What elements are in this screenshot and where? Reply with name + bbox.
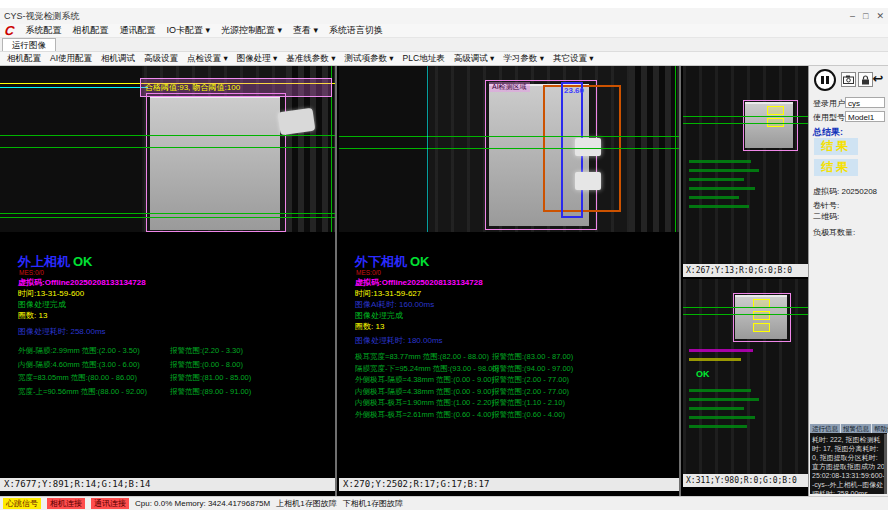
measure-text: 外侧-隔膜:2.99mm 范围:(2.00 - 3.50): [18, 346, 140, 356]
camera-view-outer-lower[interactable]: 23.60 AI检测区域: [339, 66, 679, 232]
close-button[interactable]: ✕: [876, 11, 884, 21]
needle-number-label: 卷针号:: [813, 200, 839, 211]
toolbar-baseline-params[interactable]: 基准线参数 ▾: [286, 53, 335, 65]
log-tabs: 运行信息 报警信息 帮助信息: [810, 424, 887, 433]
measure-text: 宽度=83.05mm 范围:(80.00 - 86.00): [18, 373, 137, 383]
status-bar: 心跳信号 相机连接 通讯连接 Cpu: 0.0% Memory: 3424.41…: [0, 496, 888, 510]
result-text-row: [689, 205, 749, 208]
process-done-text: 图像处理完成: [0, 299, 335, 310]
log-text: 耗时: 222, 抠图检测耗时: 17, 抠图分离耗时: 0, 抠图提取分区耗时…: [810, 433, 887, 494]
measurement-row: 外侧极耳-极耳=2.61mm 范围:(0.60 - 4.00) 报警范围:(0.…: [339, 410, 679, 422]
ai-region-label: AI检测区域: [489, 82, 530, 92]
measure-line-green: [0, 213, 335, 214]
menu-item-view[interactable]: 查看 ▾: [293, 24, 318, 37]
menu-bar: C 系统配置 相机配置 通讯配置 IO卡配置 ▾ 光源控制配置 ▾ 查看 ▾ 系…: [0, 24, 888, 38]
menu-item-light-config[interactable]: 光源控制配置 ▾: [221, 24, 282, 37]
neg-tab-count-label: 负极耳数量:: [813, 227, 855, 238]
result-text-row: [689, 196, 739, 199]
toolbar-advanced-settings[interactable]: 高级设置: [144, 53, 178, 65]
overlay-line-cyan: [0, 87, 148, 88]
ai-measure-value: 23.60: [564, 86, 584, 95]
menu-item-camera-config[interactable]: 相机配置: [72, 24, 108, 37]
measure-line-green: [0, 135, 335, 136]
maximize-button[interactable]: □: [863, 11, 868, 21]
toolbar-camera-debug[interactable]: 相机调试: [101, 53, 135, 65]
toolbar-test-params[interactable]: 测试项参数 ▾: [344, 53, 393, 65]
menu-item-language-switch[interactable]: 系统语言切换: [329, 24, 383, 37]
menu-item-system-config[interactable]: 系统配置: [25, 24, 61, 37]
measure-line-vertical: [427, 66, 428, 232]
app-logo-icon: C: [4, 24, 15, 37]
alarm-text: 报警范围:(2.20 - 3.30): [170, 346, 243, 356]
measurement-row: 内侧极耳-极耳=1.90mm 范围:(1.00 - 2.20) 报警范围:(1.…: [339, 398, 679, 410]
toolbar-camera-config[interactable]: 相机配置: [7, 53, 41, 65]
log-scrollbar[interactable]: [884, 434, 887, 494]
result-text-row: [689, 358, 741, 361]
gripper-object: [278, 108, 316, 136]
measurement-row: 外侧极耳-隔膜=4.38mm 范围:(0.00 - 9.00) 报警范围:(2.…: [339, 375, 679, 387]
model-field[interactable]: Model1: [845, 111, 885, 122]
menu-item-comm-config[interactable]: 通讯配置: [119, 24, 155, 37]
login-user-field[interactable]: cys: [845, 97, 885, 108]
pixel-coordinate-bar: X:7677;Y:891;R:14;G:14;B:14: [0, 478, 335, 491]
virtual-code-value: 20250208: [841, 187, 877, 196]
lower-camera-error-text: 下相机1存图故障: [343, 498, 403, 509]
alarm-text: 报警范围:(2.00 - 77.00): [492, 375, 569, 385]
camera-panel-outer-lower: 23.60 AI检测区域 外下相机OK MES:0/0 虚拟码:Offline2…: [339, 66, 681, 496]
measurement-row: 内侧极耳-隔膜=4.38mm 范围:(0.00 - 9.00) 报警范围:(2.…: [339, 387, 679, 399]
camera-view-small-bottom[interactable]: OK: [683, 279, 808, 474]
camera-view-outer-upper[interactable]: 合格阈值:93, 吻合阈值:100: [0, 66, 335, 232]
alarm-text: 报警范围:(89.00 - 91.00): [170, 387, 251, 397]
control-sidebar: ↩ 登录用户: cys 使用型号: Model1 总结果: 结果 结果 虚拟码:…: [808, 66, 888, 496]
measure-text: 隔膜宽度-下=95.24mm 范围:(93.00 - 98.00): [355, 364, 499, 374]
toolbar-advanced-debug[interactable]: 高级调试 ▾: [454, 53, 495, 65]
measure-text: 外侧极耳-隔膜=4.38mm 范围:(0.00 - 9.00): [355, 375, 494, 385]
process-done-text: 图像处理完成: [339, 310, 679, 321]
qr-code-label: 二维码:: [813, 211, 839, 222]
return-arrow-icon: ↩: [873, 71, 884, 86]
toolbar-ai-config[interactable]: AI使用配置: [50, 53, 92, 65]
threshold-label: 合格阈值:93, 吻合阈值:100: [140, 78, 332, 97]
measure-line-green: [683, 314, 808, 315]
window-controls: – □ ✕: [850, 8, 884, 24]
measurement-row: 内侧-隔膜:4.60mm 范围:(3.00 - 6.00) 报警范围:(0.00…: [0, 360, 335, 374]
minimize-button[interactable]: –: [850, 11, 855, 21]
camera-icon: [843, 75, 854, 84]
result-text-row: [689, 407, 744, 410]
toolbar-learning-params[interactable]: 学习参数 ▾: [503, 53, 544, 65]
upper-camera-error-text: 上相机1存图故障: [276, 498, 336, 509]
result-badge-lower: 结果: [814, 159, 858, 176]
result-text-row: [689, 187, 755, 190]
window-title: CYS-视觉检测系统: [4, 11, 80, 21]
alarm-text: 报警范围:(94.00 - 97.00): [492, 364, 573, 374]
ok-status: OK: [410, 254, 430, 269]
turn-count: 圈数: 13: [339, 321, 679, 332]
log-tab-run[interactable]: 运行信息: [810, 424, 840, 433]
measurement-row: 宽度-上=90.56mm 范围:(88.00 - 92.00) 报警范围:(89…: [0, 387, 335, 401]
tab-run-image[interactable]: 运行图像: [2, 38, 56, 51]
return-arrow-button[interactable]: ↩: [870, 70, 886, 88]
measure-line-green: [0, 217, 335, 218]
measure-line-green: [0, 147, 335, 148]
toolbar-spot-check[interactable]: 点检设置 ▾: [187, 53, 228, 65]
machine-background: [683, 66, 808, 264]
mes-status: MES:0/0: [0, 269, 335, 277]
measure-text: 内侧极耳-隔膜=4.38mm 范围:(0.00 - 9.00): [355, 387, 494, 397]
pause-button[interactable]: [814, 69, 836, 91]
camera-view-small-top[interactable]: [683, 66, 808, 264]
capture-time: 时间:13-31-59-627: [339, 288, 679, 299]
camera-snapshot-button[interactable]: [841, 72, 856, 87]
process-elapsed: 图像处理耗时: 180.00ms: [339, 335, 679, 346]
virtual-barcode: 虚拟码:Offline20250208133134728: [339, 277, 679, 288]
log-tab-alarm[interactable]: 报警信息: [841, 424, 871, 433]
toolbar-image-processing[interactable]: 图像处理 ▾: [237, 53, 278, 65]
measure-line-green: [339, 148, 679, 149]
toolbar-other-settings[interactable]: 其它设置 ▾: [553, 53, 594, 65]
menu-item-io-config[interactable]: IO卡配置 ▾: [166, 24, 210, 37]
app-window: CYS-视觉检测系统 – □ ✕ C 系统配置 相机配置 通讯配置 IO卡配置 …: [0, 0, 888, 522]
machine-dark-zone: [0, 66, 142, 232]
result-text-row: [689, 389, 751, 392]
toolbar-plc-address[interactable]: PLC地址表: [403, 53, 445, 65]
ai-elapsed: 图像AI耗时: 160.00ms: [339, 299, 679, 310]
log-tab-help[interactable]: 帮助信息: [872, 424, 888, 433]
